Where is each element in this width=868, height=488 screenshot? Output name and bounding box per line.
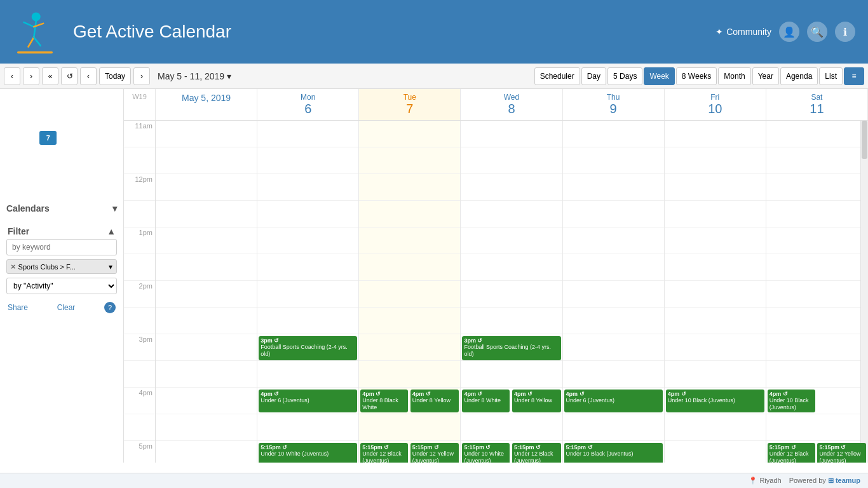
- hour-row[interactable]: [156, 147, 257, 174]
- hour-row[interactable]: [257, 147, 358, 174]
- day-header-1[interactable]: Mon 6: [257, 89, 359, 120]
- mini-cal-day[interactable]: 22: [57, 159, 74, 173]
- hour-row[interactable]: [257, 361, 358, 388]
- hour-row[interactable]: [766, 201, 867, 227]
- day-col-sat[interactable]: 4pm ↺Under 10 Black (Juventus)5:15pm ↺Un…: [766, 121, 868, 463]
- day-col-fri[interactable]: 4pm ↺Under 10 Black (Juventus): [665, 121, 766, 463]
- day-col-wed[interactable]: 3pm ↺Football Sports Coaching (2-4 yrs. …: [461, 121, 562, 463]
- mini-cal-day[interactable]: 27: [22, 173, 39, 187]
- hour-row[interactable]: [665, 227, 766, 254]
- hamburger-button[interactable]: ≡: [844, 67, 864, 85]
- hour-row[interactable]: [257, 201, 358, 227]
- calendar-event[interactable]: 5:15pm ↺Under 12 Black (Juventus): [360, 443, 408, 463]
- mini-cal-day[interactable]: 26: [5, 173, 22, 187]
- day-col-sun[interactable]: [156, 121, 257, 463]
- info-icon[interactable]: ℹ: [835, 22, 855, 42]
- mini-cal-day[interactable]: 17: [92, 145, 109, 159]
- hour-row[interactable]: [665, 121, 766, 147]
- hour-row[interactable]: [563, 414, 664, 441]
- hour-row[interactable]: [257, 121, 358, 147]
- hour-row[interactable]: [766, 147, 867, 174]
- mini-cal-day[interactable]: 10: [92, 131, 109, 145]
- hour-row[interactable]: [766, 361, 867, 388]
- year-view-button[interactable]: Year: [752, 67, 779, 85]
- hour-row[interactable]: [461, 121, 562, 147]
- agenda-view-button[interactable]: Agenda: [780, 67, 818, 85]
- mini-cal-day[interactable]: 31: [92, 173, 109, 187]
- hour-row[interactable]: [359, 201, 460, 227]
- hour-row[interactable]: [359, 174, 460, 201]
- scheduler-view-button[interactable]: Scheduler: [534, 67, 580, 85]
- teamup-link[interactable]: ⊞ teamup: [828, 477, 860, 484]
- hour-row[interactable]: [359, 254, 460, 281]
- next-week-button[interactable]: ›: [23, 67, 39, 85]
- mini-cal-day[interactable]: 29: [57, 173, 74, 187]
- hour-row[interactable]: [766, 281, 867, 308]
- mini-cal-day[interactable]: 8: [109, 187, 124, 201]
- hour-row[interactable]: [156, 388, 257, 414]
- today-button[interactable]: Today: [99, 67, 131, 85]
- mini-cal-day[interactable]: 8: [57, 131, 74, 145]
- mini-cal-day[interactable]: 1: [109, 173, 124, 187]
- hour-row[interactable]: [665, 441, 766, 463]
- keyword-filter-input[interactable]: [6, 239, 117, 255]
- hour-row[interactable]: [563, 334, 664, 361]
- mini-cal-day[interactable]: 5: [5, 131, 22, 145]
- hour-row[interactable]: [359, 334, 460, 361]
- calendar-event[interactable]: 4pm ↺Under 8 Yellow: [512, 390, 561, 412]
- mini-cal-day[interactable]: 2: [74, 117, 92, 131]
- hour-row[interactable]: [257, 227, 358, 254]
- hour-row[interactable]: [665, 174, 766, 201]
- hour-row[interactable]: [156, 441, 257, 463]
- mini-cal-day[interactable]: 13: [22, 145, 39, 159]
- mini-cal-day[interactable]: 11: [109, 131, 124, 145]
- day-col-tue[interactable]: 4pm ↺Under 8 Black White4pm ↺Under 8 Yel…: [359, 121, 461, 463]
- hour-row[interactable]: [359, 227, 460, 254]
- mini-cal-day[interactable]: 16: [74, 145, 92, 159]
- hour-row[interactable]: [461, 174, 562, 201]
- hour-row[interactable]: [461, 254, 562, 281]
- filter-tag-dropdown[interactable]: ▾: [109, 262, 112, 271]
- hour-row[interactable]: [563, 147, 664, 174]
- mini-cal-day[interactable]: 3: [22, 187, 39, 201]
- hour-row[interactable]: [665, 281, 766, 308]
- 5days-view-button[interactable]: 5 Days: [607, 67, 642, 85]
- calendars-header[interactable]: Calendars ▾: [5, 201, 118, 216]
- calendar-event[interactable]: 4pm ↺Under 10 Black (Juventus): [768, 390, 815, 412]
- hour-row[interactable]: [665, 201, 766, 227]
- mini-cal-day[interactable]: 18: [109, 145, 124, 159]
- mini-cal-day[interactable]: 4: [39, 187, 57, 201]
- help-icon[interactable]: ?: [104, 302, 116, 313]
- hour-row[interactable]: [359, 147, 460, 174]
- hour-row[interactable]: [766, 414, 867, 441]
- day-header-2-today[interactable]: Tue 7: [359, 89, 461, 120]
- mini-cal-day[interactable]: 14: [39, 145, 57, 159]
- hour-row[interactable]: [461, 281, 562, 308]
- hour-row[interactable]: [563, 201, 664, 227]
- hour-row[interactable]: [461, 147, 562, 174]
- mini-cal-day[interactable]: 19: [5, 159, 22, 173]
- mini-cal-day[interactable]: 15: [57, 145, 74, 159]
- day-col-thu[interactable]: 4pm ↺Under 6 (Juventus)5:15pm ↺Under 10 …: [563, 121, 665, 463]
- calendar-event[interactable]: 5:15pm ↺Under 10 White (Juventus): [462, 443, 510, 463]
- day-header-5[interactable]: Fri 10: [665, 89, 766, 120]
- mini-cal-day[interactable]: 30: [39, 117, 57, 131]
- day-header-4[interactable]: Thu 9: [563, 89, 665, 120]
- calendar-body[interactable]: 11am12pm1pm2pm3pm4pm5pm6pm7pm8pm9pm10pm1…: [124, 121, 868, 463]
- mini-cal-day[interactable]: 12: [5, 145, 22, 159]
- clear-link[interactable]: Clear: [57, 303, 76, 312]
- hour-row[interactable]: [665, 334, 766, 361]
- hour-row[interactable]: [257, 174, 358, 201]
- hour-row[interactable]: [665, 361, 766, 388]
- mini-cal-day[interactable]: 7: [39, 131, 57, 145]
- day-col-mon[interactable]: 3pm ↺Football Sports Coaching (2-4 yrs. …: [257, 121, 359, 463]
- hour-row[interactable]: [665, 414, 766, 441]
- calendar-event[interactable]: 5:15pm ↺Under 12 Yellow (Juventus): [410, 443, 459, 463]
- mini-cal-day[interactable]: 24: [92, 159, 109, 173]
- hour-row[interactable]: [665, 308, 766, 334]
- hour-row[interactable]: [257, 281, 358, 308]
- mini-cal-day[interactable]: 28: [5, 117, 22, 131]
- mini-cal-prev[interactable]: ‹: [8, 97, 16, 107]
- hour-row[interactable]: [665, 254, 766, 281]
- next-button[interactable]: ›: [133, 67, 150, 85]
